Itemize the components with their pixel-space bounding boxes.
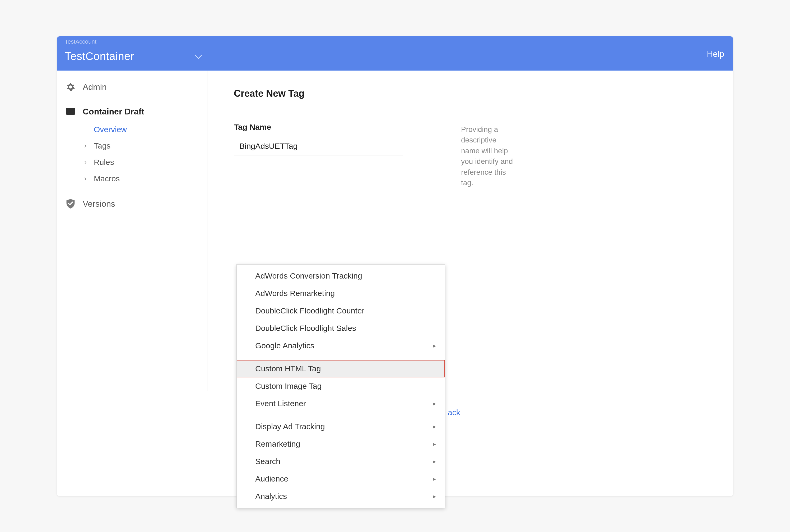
chevron-down-icon[interactable] <box>195 48 202 59</box>
submenu-arrow-icon: ▸ <box>433 343 436 349</box>
tag-name-label: Tag Name <box>234 122 461 132</box>
tag-name-input[interactable] <box>234 137 403 155</box>
divider <box>234 202 521 202</box>
sidebar-item-label: Macros <box>94 174 120 183</box>
sidebar-container-draft[interactable]: Container Draft <box>57 102 207 121</box>
dropdown-item-search[interactable]: Search▸ <box>237 453 445 470</box>
sidebar-admin-label: Admin <box>83 82 107 92</box>
gear-icon <box>65 82 76 92</box>
sidebar-sublist: Overview › Tags › Rules › Macros <box>57 121 207 187</box>
submenu-arrow-icon: ▸ <box>433 493 436 499</box>
dropdown-item-label: Custom Image Tag <box>255 382 322 391</box>
chevron-right-icon: › <box>84 142 94 150</box>
top-bar: TestAccount TestContainer Help <box>57 36 733 71</box>
tag-type-dropdown: AdWords Conversion Tracking AdWords Rema… <box>236 264 445 508</box>
dropdown-item-label: Analytics <box>255 492 287 501</box>
dropdown-group-1: AdWords Conversion Tracking AdWords Rema… <box>237 265 445 357</box>
sidebar-versions[interactable]: Versions <box>57 194 207 213</box>
submenu-arrow-icon: ▸ <box>433 400 436 407</box>
dropdown-item-adwords-conversion[interactable]: AdWords Conversion Tracking <box>237 267 445 285</box>
svg-rect-1 <box>66 108 75 110</box>
dropdown-item-adwords-remarketing[interactable]: AdWords Remarketing <box>237 285 445 302</box>
account-name: TestAccount <box>65 38 96 45</box>
chevron-right-icon: › <box>84 158 94 166</box>
sidebar-item-label: Tags <box>94 141 111 150</box>
dropdown-item-remarketing[interactable]: Remarketing▸ <box>237 435 445 453</box>
help-link[interactable]: Help <box>707 48 724 59</box>
dropdown-item-custom-image-tag[interactable]: Custom Image Tag <box>237 377 445 395</box>
submenu-arrow-icon: ▸ <box>433 476 436 482</box>
sidebar-item-overview[interactable]: Overview <box>84 121 207 138</box>
tag-name-row: Tag Name Providing a descriptive name wi… <box>234 122 712 202</box>
dropdown-item-custom-html-tag[interactable]: Custom HTML Tag <box>237 360 445 377</box>
dropdown-item-event-listener[interactable]: Event Listener▸ <box>237 395 445 412</box>
folder-icon <box>65 108 76 115</box>
dropdown-item-analytics[interactable]: Analytics▸ <box>237 488 445 505</box>
dropdown-item-label: DoubleClick Floodlight Sales <box>255 324 356 333</box>
dropdown-item-label: Event Listener <box>255 399 306 408</box>
container-dropdown[interactable]: TestContainer <box>65 44 134 63</box>
sidebar-item-rules[interactable]: › Rules <box>84 154 207 170</box>
app-window: TestAccount TestContainer Help Admin <box>57 36 733 496</box>
dropdown-item-label: Display Ad Tracking <box>255 422 325 431</box>
sidebar-admin[interactable]: Admin <box>57 77 207 97</box>
sidebar-container-draft-label: Container Draft <box>83 107 144 117</box>
sidebar-item-label: Rules <box>94 158 114 167</box>
submenu-arrow-icon: ▸ <box>433 458 436 464</box>
dropdown-item-label: AdWords Conversion Tracking <box>255 271 362 280</box>
page-title: Create New Tag <box>234 88 712 99</box>
dropdown-item-label: Search <box>255 457 280 466</box>
divider <box>234 112 712 112</box>
sidebar-item-label: Overview <box>94 125 127 134</box>
shield-check-icon <box>65 199 76 209</box>
svg-rect-2 <box>66 110 75 110</box>
dropdown-item-label: Google Analytics <box>255 341 314 350</box>
sidebar-item-macros[interactable]: › Macros <box>84 170 207 187</box>
dropdown-group-2: Custom HTML Tag Custom Image Tag Event L… <box>237 357 445 415</box>
dropdown-item-label: Audience <box>255 474 288 483</box>
dropdown-item-label: AdWords Remarketing <box>255 289 335 298</box>
dropdown-item-doubleclick-counter[interactable]: DoubleClick Floodlight Counter <box>237 302 445 320</box>
dropdown-item-doubleclick-sales[interactable]: DoubleClick Floodlight Sales <box>237 320 445 337</box>
dropdown-group-3: Display Ad Tracking▸ Remarketing▸ Search… <box>237 415 445 508</box>
submenu-arrow-icon: ▸ <box>433 441 436 447</box>
sidebar-versions-label: Versions <box>83 199 115 209</box>
dropdown-item-label: Custom HTML Tag <box>255 364 321 373</box>
dropdown-item-label: DoubleClick Floodlight Counter <box>255 306 365 315</box>
chevron-right-icon: › <box>84 174 94 183</box>
sidebar-item-tags[interactable]: › Tags <box>84 138 207 154</box>
feedback-link-fragment[interactable]: ack <box>448 408 460 417</box>
dropdown-item-label: Remarketing <box>255 439 300 449</box>
dropdown-item-google-analytics[interactable]: Google Analytics▸ <box>237 337 445 355</box>
tag-name-hint: Providing a descriptive name will help y… <box>461 122 517 189</box>
submenu-arrow-icon: ▸ <box>433 423 436 430</box>
dropdown-item-audience[interactable]: Audience▸ <box>237 470 445 488</box>
dropdown-item-display-ad-tracking[interactable]: Display Ad Tracking▸ <box>237 418 445 435</box>
